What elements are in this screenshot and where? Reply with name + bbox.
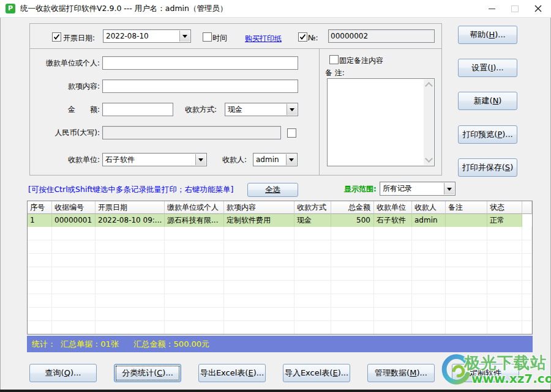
chevron-down-icon[interactable] — [444, 183, 454, 194]
chevron-down-icon[interactable] — [195, 154, 206, 165]
col-header[interactable]: 总金额 — [331, 201, 374, 214]
query-button[interactable]: 查询(Q)... — [29, 364, 97, 382]
minimize-icon — [489, 9, 495, 9]
invoice-date-combo[interactable]: 2022-08-10 — [103, 29, 191, 43]
receipt-no-checkbox[interactable] — [298, 32, 307, 42]
table-header-row: 序号 收据编号 开票日期 缴款单位或个人 款项内容 收款方式 总金额 收款单位 … — [28, 201, 532, 214]
import-excel-button[interactable]: 导入Excel表(E)... — [283, 364, 350, 382]
cell-method: 现金 — [294, 214, 331, 227]
col-header[interactable]: 收款人 — [412, 201, 446, 214]
panel-divider — [319, 49, 320, 175]
note-scrollbar[interactable] — [424, 80, 433, 165]
col-header-filler — [522, 201, 532, 214]
rmb-caps-field[interactable] — [102, 126, 281, 139]
cell-unit: 石子软件 — [374, 214, 412, 227]
fixed-note-label: 固定备注内容 — [339, 56, 383, 65]
amount-input[interactable] — [102, 103, 173, 116]
manage-data-button[interactable]: 管理数据(M)... — [367, 364, 435, 382]
screen-bottom-edge — [0, 390, 551, 392]
help-button[interactable]: 帮助(H)... — [458, 26, 517, 44]
note-textarea[interactable] — [327, 78, 435, 166]
buy-paper-link[interactable]: 购买打印纸 — [245, 34, 282, 44]
invoice-date-label: 开票日期: — [63, 34, 95, 43]
cell-no: 00000001 — [52, 214, 96, 227]
batch-print-hint: [可按住Ctrl或Shift键选中多条记录批量打印；右键功能菜单] — [28, 185, 233, 194]
title-bar: P 统一收款收据打印软件V2.9.0 --- 用户名：admin（管理员） — [0, 0, 551, 18]
check-icon — [299, 34, 306, 40]
table-row-empty[interactable] — [28, 267, 532, 281]
display-range-combo[interactable]: 所有记录 — [380, 182, 455, 196]
cell-status: 正常 — [487, 214, 522, 227]
minimize-button[interactable] — [480, 0, 503, 17]
invoice-date-checkbox[interactable] — [52, 32, 61, 42]
receipt-no-label: №: — [308, 34, 318, 43]
content-input[interactable] — [102, 80, 298, 93]
chevron-down-icon[interactable] — [287, 104, 297, 115]
cell-filler — [522, 214, 532, 227]
cell-date: 2022-08-10 09:... — [96, 214, 165, 227]
select-all-button[interactable]: 全选 — [247, 183, 298, 197]
payee-unit-value: 石子软件 — [105, 153, 195, 166]
maximize-button[interactable] — [503, 0, 527, 17]
amount-label: 金 额: — [24, 105, 100, 114]
col-header[interactable]: 备注 — [446, 201, 487, 214]
print-preview-button[interactable]: 打印预览(P)... — [458, 125, 517, 144]
payee-combo[interactable]: admin — [253, 153, 298, 166]
table-row-empty[interactable] — [28, 308, 532, 321]
col-header[interactable]: 状态 — [487, 201, 522, 214]
fixed-note-checkbox[interactable] — [329, 55, 339, 64]
settings-button[interactable]: 设置(I)... — [458, 59, 517, 77]
col-header[interactable]: 收款方式 — [294, 201, 331, 214]
payer-label: 缴款单位或个人: — [24, 59, 100, 68]
col-header[interactable]: 开票日期 — [96, 201, 165, 214]
print-save-button[interactable]: 打印并保存(S) — [458, 158, 517, 177]
payee-unit-combo[interactable]: 石子软件 — [102, 153, 207, 166]
table-row-empty[interactable] — [28, 227, 532, 240]
scroll-up-icon[interactable] — [425, 82, 433, 90]
col-header[interactable]: 款项内容 — [224, 201, 294, 214]
window-controls — [480, 0, 550, 17]
col-header[interactable]: 缴款单位或个人 — [165, 201, 224, 214]
close-button[interactable] — [527, 0, 550, 17]
time-checkbox[interactable] — [203, 32, 212, 42]
category-stats-button[interactable]: 分类统计(C)... — [114, 364, 181, 382]
table-row-empty[interactable] — [28, 294, 532, 308]
receipt-no-field[interactable] — [328, 29, 435, 43]
content-label: 款项内容: — [24, 82, 100, 91]
pay-method-combo[interactable]: 现金 — [225, 103, 298, 116]
cell-payee: admin — [412, 214, 446, 227]
payee-unit-label: 收款单位: — [24, 155, 100, 165]
cell-note — [446, 214, 487, 227]
chevron-down-icon[interactable] — [286, 154, 296, 165]
maximize-icon — [511, 6, 519, 12]
time-label: 时间 — [212, 34, 227, 43]
table-row-selected[interactable]: 1 00000001 2022-08-10 09:... 源石科技有限... 定… — [28, 214, 532, 227]
col-header[interactable]: 序号 — [28, 201, 52, 214]
invoice-date-value: 2022-08-10 — [106, 30, 179, 42]
table-row-empty[interactable] — [28, 281, 532, 294]
custom-software-button[interactable]: 定制软件 — [452, 364, 519, 382]
records-table[interactable]: 序号 收据编号 开票日期 缴款单位或个人 款项内容 收款方式 总金额 收款单位 … — [27, 201, 533, 335]
window-title: 统一收款收据打印软件V2.9.0 --- 用户名：admin（管理员） — [20, 0, 228, 17]
pay-method-label: 收款方式: — [185, 105, 217, 114]
table-row-empty[interactable] — [28, 321, 532, 335]
close-icon — [534, 5, 542, 12]
chevron-down-icon[interactable] — [179, 31, 190, 42]
table-empty-rows — [28, 227, 532, 335]
payer-input[interactable] — [102, 56, 298, 70]
new-button[interactable]: 新建(N) — [458, 92, 517, 110]
col-header[interactable]: 收款单位 — [374, 201, 412, 214]
check-icon — [53, 34, 60, 40]
col-header[interactable]: 收据编号 — [52, 201, 96, 214]
table-row-empty[interactable] — [28, 254, 532, 267]
scroll-down-icon[interactable] — [425, 155, 433, 163]
display-range-value: 所有记录 — [383, 182, 444, 194]
export-excel-button[interactable]: 导出Excel表(E)... — [198, 364, 266, 382]
app-icon: P — [6, 4, 15, 13]
payee-label: 收款人: — [222, 155, 247, 165]
rmb-caps-label: 人民币(大写): — [24, 128, 100, 138]
cell-content: 定制软件费用 — [224, 214, 294, 227]
receipt-print-app-window: { "window": { "icon_letter": "P", "title… — [0, 0, 551, 392]
table-row-empty[interactable] — [28, 240, 532, 254]
rmb-caps-checkbox[interactable] — [287, 128, 296, 138]
